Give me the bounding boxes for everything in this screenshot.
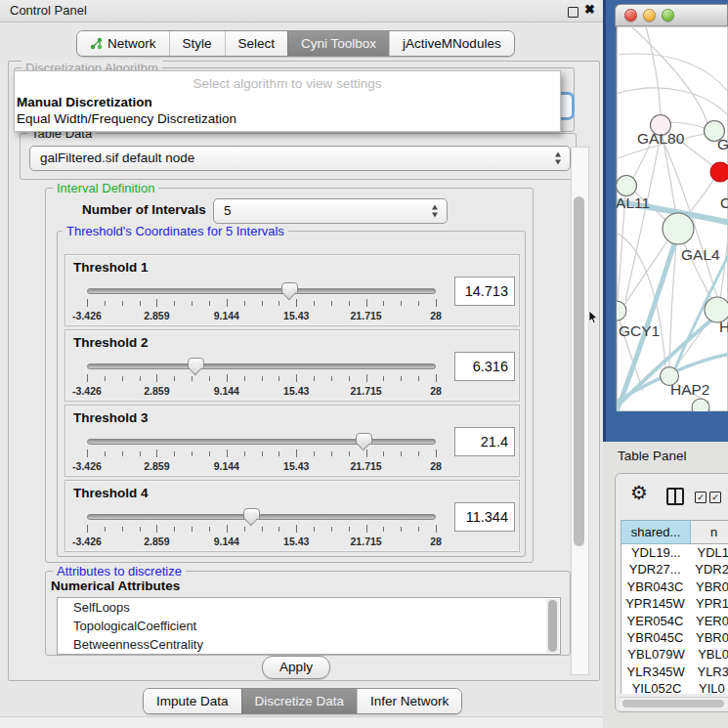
threshold-value-field[interactable]: 14.713 — [454, 277, 515, 306]
slider-thumb[interactable] — [281, 282, 298, 294]
cell-name[interactable]: YPR1 — [689, 595, 728, 612]
slider-tick — [331, 376, 332, 381]
panel-scrollbar[interactable] — [571, 147, 589, 675]
list-scrollbar-thumb[interactable] — [548, 600, 557, 652]
tab-impute-data[interactable]: Impute Data — [144, 689, 241, 713]
tick-label: 15.43 — [283, 535, 309, 547]
network-window-titlebar — [615, 4, 728, 26]
cell-name[interactable]: YDL1 — [690, 544, 728, 561]
table-row[interactable]: YBR043CYBR0 — [621, 578, 728, 595]
slider-tick — [349, 527, 350, 532]
slider-tick — [314, 301, 315, 306]
slider-tick — [209, 376, 210, 381]
cell-name[interactable]: YDR2 — [688, 561, 728, 578]
slider-tick — [331, 301, 332, 306]
column-header-shared[interactable]: shared... — [621, 520, 691, 544]
slider-tick — [401, 301, 402, 306]
cell-name[interactable]: YLR3 — [690, 664, 728, 680]
tab-cyni-toolbox[interactable]: Cyni Toolbox — [287, 31, 389, 56]
cell-name[interactable]: YER0 — [689, 613, 728, 629]
cell-name[interactable]: YBR0 — [689, 629, 728, 646]
checkbox-icon[interactable]: ✓ — [695, 492, 707, 503]
cell-shared-name[interactable]: YBR045C — [621, 629, 689, 646]
panel-scrollbar-thumb[interactable] — [574, 196, 584, 546]
slider-tick — [140, 527, 141, 532]
cell-shared-name[interactable]: YIL052C — [621, 680, 692, 694]
split-columns-icon[interactable] — [666, 488, 684, 505]
slider-ticks — [87, 299, 436, 308]
cell-name[interactable]: YIL0 — [692, 680, 725, 694]
threshold-value-field[interactable]: 21.4 — [454, 427, 515, 456]
popup-option-equal-width-frequency[interactable]: Equal Width/Frequency Discretization — [17, 111, 236, 126]
list-scrollbar[interactable] — [546, 599, 559, 653]
table-row[interactable]: YLR345WYLR3 — [621, 664, 728, 680]
threshold-slider[interactable]: -3.4262.8599.14415.4321.71528 — [87, 433, 436, 474]
slider-track[interactable] — [87, 288, 436, 294]
minimize-light-icon[interactable] — [643, 9, 656, 21]
cell-name[interactable]: YBL0 — [691, 646, 728, 663]
network-node-gal4[interactable] — [663, 213, 694, 244]
table-row[interactable]: YIL052CYIL0 — [621, 680, 728, 694]
slider-tick — [418, 376, 419, 381]
attribute-item-selfloops[interactable]: SelfLoops — [58, 598, 560, 617]
network-node[interactable] — [710, 162, 728, 182]
tab-discretize-data[interactable]: Discretize Data — [241, 689, 358, 713]
network-node-gal11[interactable] — [617, 176, 637, 196]
table-row[interactable]: YPR145WYPR1 — [621, 595, 728, 612]
column-header-name[interactable]: n — [691, 520, 728, 544]
cell-shared-name[interactable]: YPR145W — [621, 595, 689, 612]
network-canvas[interactable]: GAL80GACGAL11GAL4GCY1HAHAP2 — [603, 26, 728, 411]
network-node[interactable] — [692, 399, 709, 411]
threshold-slider[interactable]: -3.4262.8599.14415.4321.71528 — [87, 358, 436, 399]
slider-thumb[interactable] — [243, 508, 260, 520]
number-of-intervals-combobox[interactable]: 5 — [213, 198, 448, 224]
threshold-slider[interactable]: -3.4262.8599.14415.4321.71528 — [87, 508, 436, 549]
attribute-item-topologicalcoefficient[interactable]: TopologicalCoefficient — [58, 617, 560, 635]
table-data-combobox[interactable]: galFiltered.sif default node — [29, 146, 571, 171]
table-hscrollbar[interactable] — [620, 697, 728, 708]
float-window-icon[interactable] — [568, 7, 578, 18]
threshold-value-field[interactable]: 6.316 — [454, 352, 515, 381]
cell-shared-name[interactable]: YER054C — [621, 613, 689, 629]
tab-network[interactable]: Network — [77, 31, 169, 56]
network-node-label: C — [720, 194, 728, 211]
table-row[interactable]: YBL079WYBL0 — [621, 646, 728, 663]
numerical-attributes-list[interactable]: SelfLoopsTopologicalCoefficientBetweenne… — [57, 597, 561, 655]
close-icon[interactable]: ✖ — [584, 2, 595, 17]
tab-style[interactable]: Style — [169, 31, 225, 56]
popup-option-manual-discretization[interactable]: Manual Discretization — [17, 95, 152, 109]
slider-track[interactable] — [87, 439, 436, 445]
tick-label: -3.426 — [72, 535, 102, 547]
cell-name[interactable]: YBR0 — [689, 578, 728, 595]
table-hscrollbar-thumb[interactable] — [622, 700, 724, 707]
slider-tick — [192, 527, 193, 532]
tab-jactivemnodules[interactable]: jActiveMNodules — [389, 31, 514, 56]
slider-tick — [262, 527, 263, 532]
tab-infer-network[interactable]: Infer Network — [357, 689, 461, 713]
slider-track[interactable] — [87, 364, 436, 369]
table-row[interactable]: YDR27...YDR2 — [621, 561, 728, 578]
slider-thumb[interactable] — [188, 358, 204, 369]
apply-button[interactable]: Apply — [262, 656, 330, 679]
close-light-icon[interactable] — [624, 9, 637, 21]
cell-shared-name[interactable]: YBR043C — [621, 578, 689, 595]
cell-shared-name[interactable]: YLR345W — [621, 664, 690, 680]
cell-shared-name[interactable]: YDR27... — [621, 561, 688, 578]
slider-thumb[interactable] — [356, 433, 372, 445]
tab-select[interactable]: Select — [225, 31, 288, 56]
attribute-item-betweennesscentrality[interactable]: BetweennessCentrality — [58, 635, 560, 654]
mouse-cursor — [588, 311, 600, 328]
threshold-slider[interactable]: -3.4262.8599.14415.4321.71528 — [87, 282, 436, 323]
zoom-light-icon[interactable] — [662, 9, 674, 21]
checkbox-icon[interactable]: ✓ — [709, 492, 721, 503]
table-row[interactable]: YBR045CYBR0 — [621, 629, 728, 646]
table-row[interactable]: YDL19...YDL1 — [621, 544, 728, 561]
gear-icon[interactable]: ⚙ — [630, 482, 648, 503]
cell-shared-name[interactable]: YDL19... — [621, 544, 690, 561]
slider-tick — [105, 301, 106, 306]
slider-track[interactable] — [87, 514, 436, 520]
cell-shared-name[interactable]: YBL079W — [621, 646, 691, 663]
network-node-gcy1[interactable] — [607, 301, 626, 321]
threshold-value-field[interactable]: 11.344 — [454, 502, 515, 532]
table-row[interactable]: YER054CYER0 — [621, 613, 728, 629]
